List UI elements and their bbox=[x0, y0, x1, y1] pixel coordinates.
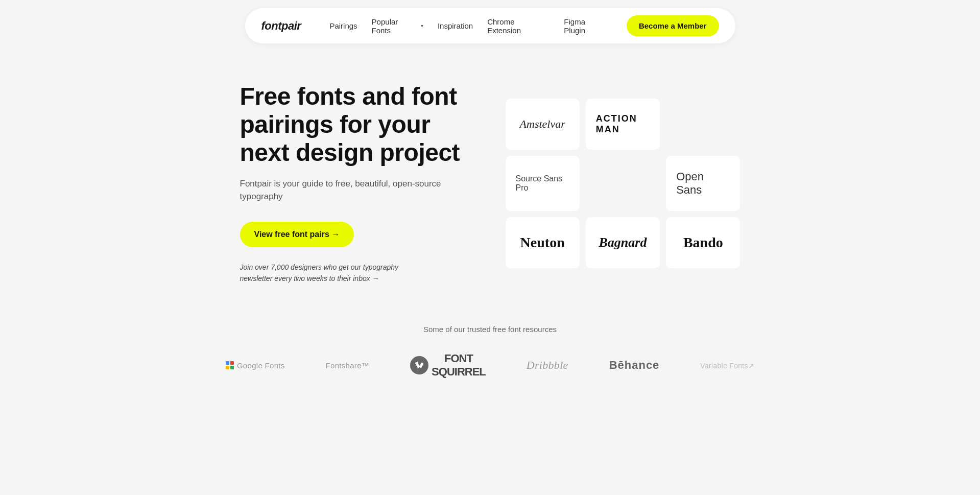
font-squirrel-logo[interactable]: 🐿 FONTSQUIRREL bbox=[410, 352, 486, 379]
hero-title: Free fonts and font pairings for your ne… bbox=[240, 82, 465, 167]
nav-wrapper: fontpair Pairings Popular Fonts ▾ Inspir… bbox=[0, 0, 980, 52]
font-card-empty-1 bbox=[666, 99, 740, 150]
logo[interactable]: fontpair bbox=[261, 19, 301, 33]
become-member-button[interactable]: Become a Member bbox=[627, 15, 719, 36]
nav-bar: fontpair Pairings Popular Fonts ▾ Inspir… bbox=[245, 8, 735, 43]
trusted-section: Some of our trusted free font resources … bbox=[0, 304, 980, 409]
google-icon bbox=[226, 361, 234, 369]
behance-logo[interactable]: Bēhance bbox=[609, 359, 660, 372]
trusted-title: Some of our trusted free font resources bbox=[10, 325, 970, 334]
font-card-bando[interactable]: Bando bbox=[666, 217, 740, 268]
squirrel-icon: 🐿 bbox=[410, 356, 428, 374]
nav-figma-plugin[interactable]: Figma Plugin bbox=[564, 17, 608, 35]
nav-chrome-extension[interactable]: Chrome Extension bbox=[487, 17, 549, 35]
nav-pairings[interactable]: Pairings bbox=[329, 21, 357, 30]
hero-section: Free fonts and font pairings for your ne… bbox=[163, 52, 817, 304]
google-fonts-logo[interactable]: Google Fonts bbox=[226, 361, 285, 370]
font-card-open-sans[interactable]: Open Sans bbox=[666, 156, 740, 211]
font-squirrel-text: FONTSQUIRREL bbox=[432, 352, 486, 379]
font-card-neuton[interactable]: Neuton bbox=[506, 217, 580, 268]
fontshare-logo[interactable]: Fontshare™ bbox=[326, 361, 370, 370]
nav-links: Pairings Popular Fonts ▾ Inspiration Chr… bbox=[329, 17, 608, 35]
chevron-down-icon: ▾ bbox=[421, 23, 423, 29]
font-card-amstelvar[interactable]: Amstelvar bbox=[506, 99, 580, 150]
font-card-empty-2 bbox=[586, 156, 660, 211]
nav-popular-fonts[interactable]: Popular Fonts ▾ bbox=[372, 17, 423, 35]
hero-subtitle: Fontpair is your guide to free, beautifu… bbox=[240, 177, 465, 203]
font-card-source-sans[interactable]: Source Sans Pro bbox=[506, 156, 580, 211]
nav-inspiration[interactable]: Inspiration bbox=[438, 21, 473, 30]
font-card-bagnard[interactable]: Bagnard bbox=[586, 217, 660, 268]
font-card-action-man[interactable]: ACTION MAN bbox=[586, 99, 660, 150]
variable-fonts-logo[interactable]: Variable Fonts↗ bbox=[700, 361, 754, 370]
dribbble-logo[interactable]: Dribbble bbox=[527, 359, 568, 372]
hero-left: Free fonts and font pairings for your ne… bbox=[240, 82, 465, 284]
font-grid: Amstelvar ACTION MAN Source Sans Pro Ope… bbox=[506, 99, 740, 268]
view-font-pairs-button[interactable]: View free font pairs → bbox=[240, 222, 354, 247]
newsletter-text[interactable]: Join over 7,000 designers who get our ty… bbox=[240, 262, 414, 285]
trusted-logos: Google Fonts Fontshare™ 🐿 FONTSQUIRREL D… bbox=[10, 352, 970, 379]
